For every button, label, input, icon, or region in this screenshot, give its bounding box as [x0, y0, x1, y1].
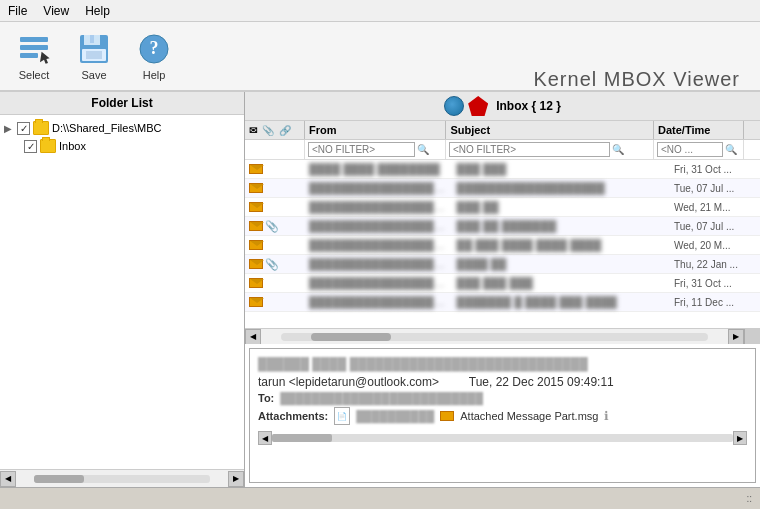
folder-scroll-left[interactable]: ◀: [0, 471, 16, 487]
filter-from-cell[interactable]: 🔍: [305, 140, 446, 159]
envelope-icon: [249, 183, 263, 193]
select-label: Select: [19, 69, 50, 81]
row-date: Fri, 11 Dec ...: [670, 296, 760, 309]
row-date: Tue, 07 Jul ...: [670, 182, 760, 195]
preview-attach-name: ██████████: [356, 410, 434, 422]
row-from: ██████████████████████: [305, 181, 453, 195]
select-button[interactable]: Select: [8, 27, 60, 85]
preview-scroll-left[interactable]: ◀: [258, 431, 272, 445]
row-subject: ███████ █ ████ ███ ████: [453, 295, 670, 309]
preview-from: tarun <lepidetarun@outlook.com> Tue, 22 …: [258, 375, 747, 389]
svg-rect-0: [20, 37, 48, 42]
svg-rect-2: [20, 53, 38, 58]
filter-subject-input[interactable]: [449, 142, 610, 157]
email-rows[interactable]: ████ ████ ███████████ ███Fri, 31 Oct ...…: [245, 160, 760, 328]
email-list: ✉ 📎 🔗 From Subject Date/Time 🔍 🔍: [245, 121, 760, 344]
col-header-from[interactable]: From: [305, 121, 446, 139]
help-button[interactable]: ? Help: [128, 27, 180, 85]
preview-scroll-track: [272, 434, 733, 442]
filter-subject-search-icon[interactable]: 🔍: [612, 144, 624, 155]
folder-checkbox-inbox[interactable]: [24, 140, 37, 153]
folder-checkbox-root[interactable]: [17, 122, 30, 135]
folder-icon-inbox: [40, 139, 56, 153]
help-icon: ?: [136, 31, 172, 67]
email-scroll-left[interactable]: ◀: [245, 329, 261, 345]
preview-panel: ██████ ████ ████████████████████████████…: [249, 348, 756, 483]
row-subject: ███ ██: [453, 200, 670, 214]
main-layout: Folder List ▶ D:\\Shared_Files\MBC Inbox…: [0, 92, 760, 487]
email-header-icons: [444, 96, 488, 116]
email-scroll-right[interactable]: ▶: [728, 329, 744, 345]
envelope-icon: [249, 240, 263, 250]
menu-file[interactable]: File: [8, 4, 27, 18]
save-button[interactable]: Save: [68, 27, 120, 85]
row-icon-cell: 📎: [245, 219, 305, 234]
row-date: Thu, 22 Jan ...: [670, 258, 760, 271]
table-row[interactable]: 📎████████████████████████ ██Thu, 22 Jan …: [245, 255, 760, 274]
envelope-icon: [249, 297, 263, 307]
menu-view[interactable]: View: [43, 4, 69, 18]
globe-icon: [444, 96, 464, 116]
menu-help[interactable]: Help: [85, 4, 110, 18]
app-title: Kernel MBOX Viewer: [533, 44, 740, 114]
row-from: ████████████████████: [305, 200, 453, 214]
paperclip-icon: 📎: [265, 258, 279, 271]
email-list-header: ✉ 📎 🔗 From Subject Date/Time: [245, 121, 760, 140]
preview-subject: ██████ ████ ████████████████████████████: [258, 357, 747, 371]
filter-from-search-icon[interactable]: 🔍: [417, 144, 429, 155]
filter-subject-cell[interactable]: 🔍: [446, 140, 654, 159]
row-date: Fri, 31 Oct ...: [670, 163, 760, 176]
preview-scroll-right[interactable]: ▶: [733, 431, 747, 445]
email-scroll-thumb[interactable]: [311, 333, 391, 341]
folder-scroll-right[interactable]: ▶: [228, 471, 244, 487]
col-header-subject[interactable]: Subject: [446, 121, 654, 139]
preview-attach-msg: Attached Message Part.msg: [460, 410, 598, 422]
folder-item-inbox[interactable]: Inbox: [4, 137, 240, 155]
row-from: ████████████████████: [305, 257, 453, 271]
menu-bar: File View Help: [0, 0, 760, 22]
preview-to-value: ██████████████████████████: [280, 392, 483, 404]
table-row[interactable]: ████████████████████████████████████████…: [245, 179, 760, 198]
row-date: Tue, 07 Jul ...: [670, 220, 760, 233]
filter-date-input[interactable]: [657, 142, 723, 157]
row-from: ████████████████████: [305, 276, 453, 290]
folder-panel-header: Folder List: [0, 92, 244, 115]
table-row[interactable]: ███████████████████████ ███ ███Fri, 31 O…: [245, 274, 760, 293]
folder-inbox-label: Inbox: [59, 140, 86, 152]
folder-item-root[interactable]: ▶ D:\\Shared_Files\MBC: [4, 119, 240, 137]
col-header-icons: ✉ 📎 🔗: [245, 121, 305, 139]
table-row[interactable]: 📎███████████████████████ ██ ███████Tue, …: [245, 217, 760, 236]
row-subject: ███████████████████: [453, 181, 670, 195]
table-row[interactable]: ███████████████████████ ██Wed, 21 M...: [245, 198, 760, 217]
row-subject: ███ ██ ███████: [453, 219, 670, 233]
col-header-date[interactable]: Date/Time: [654, 121, 744, 139]
folder-scroll-thumb[interactable]: [34, 475, 84, 483]
select-icon: [16, 31, 52, 67]
svg-rect-1: [20, 45, 48, 50]
preview-scroll-thumb[interactable]: [272, 434, 332, 442]
row-subject: ██ ███ ████ ████ ████: [453, 238, 670, 252]
filter-icons-cell: [245, 140, 305, 159]
attach-info-icon: ℹ: [604, 409, 609, 423]
table-row[interactable]: ████ ████ ███████████ ███Fri, 31 Oct ...: [245, 160, 760, 179]
folder-icon-root: [33, 121, 49, 135]
filter-date-cell[interactable]: 🔍: [654, 140, 744, 159]
filter-date-search-icon[interactable]: 🔍: [725, 144, 737, 155]
filter-from-input[interactable]: [308, 142, 415, 157]
row-subject: ███ ███ ███: [453, 276, 670, 290]
email-hscroll: ◀ ▶: [245, 328, 760, 344]
folder-panel: Folder List ▶ D:\\Shared_Files\MBC Inbox…: [0, 92, 245, 487]
save-icon: [76, 31, 112, 67]
row-date: Wed, 20 M...: [670, 239, 760, 252]
table-row[interactable]: ███████████████████████████ █ ████ ███ █…: [245, 293, 760, 312]
envelope-icon: [249, 202, 263, 212]
folder-scrollbar[interactable]: ◀ ▶: [0, 469, 244, 487]
table-row[interactable]: ██████████████████████ ███ ████ ████ ███…: [245, 236, 760, 255]
row-icon-cell: [245, 182, 305, 194]
row-from: ████████████████████: [305, 295, 453, 309]
preview-datetime: Tue, 22 Dec 2015 09:49:11: [469, 375, 614, 389]
row-icon-cell: [245, 201, 305, 213]
folder-root-label: D:\\Shared_Files\MBC: [52, 122, 161, 134]
row-from: ████████████████████: [305, 219, 453, 233]
folder-list: ▶ D:\\Shared_Files\MBC Inbox: [0, 115, 244, 469]
